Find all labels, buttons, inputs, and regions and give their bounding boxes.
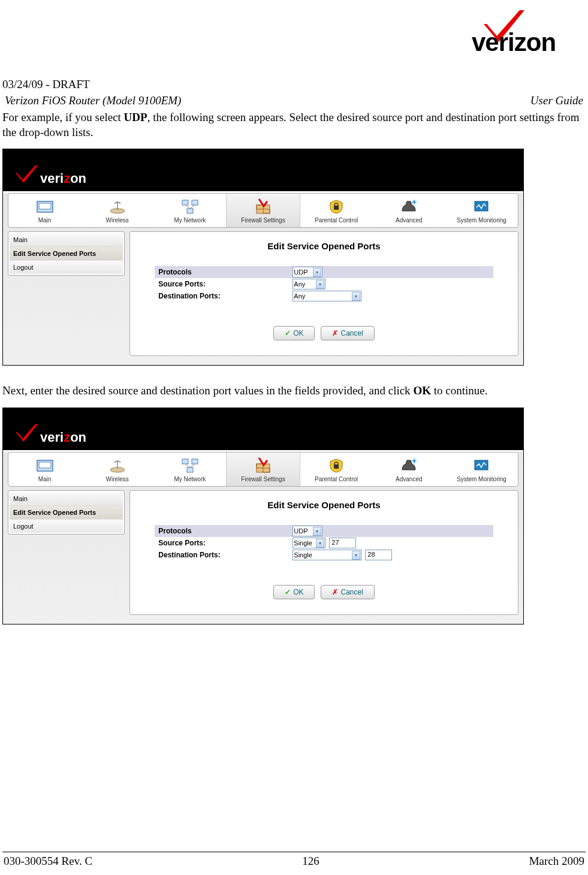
- cancel-label: Cancel: [340, 329, 363, 337]
- check-icon: ✓: [285, 588, 291, 596]
- dest-port-input[interactable]: 28: [365, 550, 392, 560]
- sidebar-edit-ports[interactable]: Edit Service Opened Ports: [10, 506, 123, 520]
- nav-label: Advanced: [396, 217, 422, 224]
- nav-monitoring[interactable]: System Monitoring: [445, 452, 518, 486]
- svg-rect-1: [39, 203, 51, 209]
- nav-label: Parental Control: [315, 217, 358, 224]
- chevron-down-icon: ▾: [313, 527, 321, 536]
- svg-rect-17: [187, 467, 193, 472]
- sidebar-edit-ports[interactable]: Edit Service Opened Ports: [10, 247, 123, 261]
- advanced-icon: +: [398, 456, 420, 474]
- monitoring-icon: [471, 197, 492, 215]
- nav-label: Main: [38, 476, 52, 482]
- p1-pre: For example, if you select: [2, 111, 124, 123]
- nav-wireless[interactable]: Wireless: [81, 452, 153, 486]
- verizon-check-icon: [15, 424, 39, 442]
- nav-label: Wireless: [106, 217, 129, 224]
- router-header-bar: verizon: [3, 149, 523, 191]
- p2-pre: Next, enter the desired source and desti…: [2, 384, 413, 397]
- nav-label: Advanced: [396, 476, 422, 482]
- src-mode-value: Single: [294, 539, 312, 547]
- nav-main[interactable]: Main: [8, 194, 81, 227]
- chevron-down-icon: ▾: [316, 280, 324, 289]
- page-footer: 030-300554 Rev. C 126 March 2009: [2, 852, 586, 870]
- nav-my-network[interactable]: My Network: [153, 452, 226, 486]
- sidebar-main[interactable]: Main: [10, 492, 123, 506]
- row-source-ports: Source Ports: Single▾ 27: [155, 537, 493, 549]
- sidebar: Main Edit Service Opened Ports Logout: [8, 231, 125, 356]
- nav-wireless[interactable]: Wireless: [81, 194, 153, 227]
- svg-rect-16: [192, 459, 198, 464]
- ok-button[interactable]: ✓OK: [273, 585, 315, 599]
- label-dest-ports: Destination Ports:: [155, 550, 293, 560]
- source-port-input[interactable]: 27: [329, 538, 356, 548]
- source-value: Any: [294, 280, 305, 288]
- home-icon: [34, 197, 56, 215]
- dest-mode-select[interactable]: Single▾: [293, 550, 361, 560]
- row-dest-ports: Destination Ports: Any▾: [155, 290, 493, 302]
- doc-number: 030-300554 Rev. C: [4, 855, 92, 868]
- nav-main[interactable]: Main: [8, 452, 81, 486]
- protocol-select[interactable]: UDP▾: [293, 526, 322, 536]
- sidebar-main[interactable]: Main: [10, 233, 123, 247]
- p2-post: to continue.: [431, 384, 487, 397]
- protocol-select[interactable]: UDP▾: [293, 267, 322, 277]
- nav-advanced[interactable]: +Advanced: [373, 452, 445, 486]
- network-icon: [179, 197, 201, 215]
- nav-advanced[interactable]: +Advanced: [373, 194, 445, 227]
- label-source-ports: Source Ports:: [155, 538, 293, 548]
- dest-value: Any: [294, 292, 305, 300]
- button-row: ✓OK ✗Cancel: [136, 585, 512, 599]
- svg-rect-15: [182, 459, 188, 464]
- source-mode-select[interactable]: Single▾: [293, 538, 325, 548]
- dest-ports-select[interactable]: Any▾: [293, 291, 361, 301]
- nav-my-network[interactable]: My Network: [153, 194, 226, 227]
- button-row: ✓OK ✗Cancel: [136, 326, 512, 340]
- svg-rect-13: [39, 462, 51, 468]
- firewall-icon: [252, 197, 274, 215]
- parental-icon: [325, 197, 347, 215]
- label-dest-ports: Destination Ports:: [155, 291, 293, 301]
- nav-label: Firewall Settings: [241, 217, 285, 224]
- cancel-button[interactable]: ✗Cancel: [321, 326, 374, 340]
- wireless-icon: [107, 456, 128, 474]
- cancel-button[interactable]: ✗Cancel: [321, 585, 374, 599]
- sidebar-logout[interactable]: Logout: [10, 520, 123, 533]
- nav-monitoring[interactable]: System Monitoring: [445, 194, 518, 227]
- chevron-down-icon: ▾: [352, 292, 360, 301]
- svg-rect-5: [187, 209, 193, 213]
- chevron-down-icon: ▾: [316, 539, 324, 548]
- nav-parental[interactable]: Parental Control: [300, 452, 373, 486]
- nav-label: My Network: [174, 217, 206, 224]
- ok-button[interactable]: ✓OK: [273, 326, 315, 340]
- nav-firewall[interactable]: Firewall Settings: [226, 194, 300, 227]
- verizon-logo-text: verizon: [472, 28, 556, 57]
- x-icon: ✗: [332, 329, 338, 337]
- home-icon: [34, 456, 56, 474]
- check-icon: ✓: [285, 329, 291, 337]
- monitoring-icon: [471, 456, 492, 474]
- router-logo: verizon: [15, 424, 86, 445]
- model-title: Verizon FiOS Router (Model 9100EM): [5, 94, 181, 107]
- doc-type: User Guide: [530, 94, 583, 107]
- main-nav: Main Wireless My Network Firewall Settin…: [8, 452, 518, 487]
- sidebar-logout[interactable]: Logout: [10, 261, 123, 274]
- nav-parental[interactable]: Parental Control: [300, 194, 373, 227]
- row-protocols: Protocols UDP▾: [155, 266, 493, 278]
- protocol-value: UDP: [294, 268, 307, 276]
- source-ports-select[interactable]: Any▾: [293, 279, 325, 289]
- svg-text:+: +: [412, 457, 417, 466]
- nav-label: System Monitoring: [457, 476, 506, 482]
- network-icon: [179, 456, 201, 474]
- screenshot-1: verizon Main Wireless My Network Firewal…: [2, 149, 524, 366]
- paragraph-2: Next, enter the desired source and desti…: [2, 384, 586, 399]
- screenshot-2: verizon Main Wireless My Network Firewal…: [2, 408, 524, 624]
- chevron-down-icon: ▾: [352, 551, 360, 560]
- router-logo: verizon: [15, 165, 86, 186]
- main-nav: Main Wireless My Network Firewall Settin…: [8, 193, 518, 228]
- verizon-check-icon: [15, 165, 39, 183]
- svg-text:+: +: [412, 198, 417, 207]
- doc-header: Verizon FiOS Router (Model 9100EM) User …: [2, 94, 586, 108]
- nav-firewall[interactable]: Firewall Settings: [226, 452, 300, 486]
- draft-line: 03/24/09 - DRAFT: [2, 78, 586, 91]
